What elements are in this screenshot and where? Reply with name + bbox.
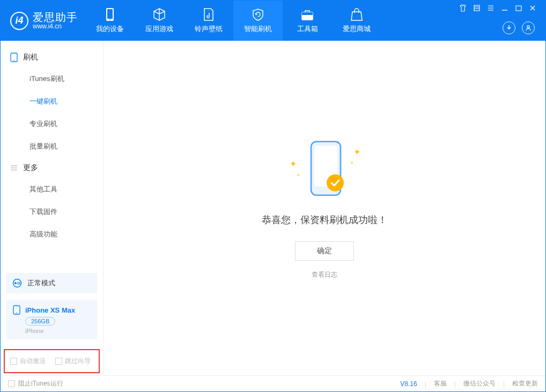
- tab-ringtone-wallpaper[interactable]: 铃声壁纸: [184, 1, 233, 41]
- tab-label: 智能刷机: [244, 24, 272, 34]
- checkbox-label: 自动激活: [20, 357, 46, 366]
- checkbox-label: 跳过向导: [65, 357, 91, 366]
- more-lines-icon: [10, 164, 18, 172]
- tab-apps-games[interactable]: 应用游戏: [135, 1, 184, 41]
- sidebar-item-oneclick-flash[interactable]: 一键刷机: [1, 90, 103, 113]
- list-icon[interactable]: [486, 4, 495, 12]
- group-title-label: 刷机: [23, 53, 38, 62]
- tab-toolbox[interactable]: 工具箱: [283, 1, 332, 41]
- cube-icon: [152, 8, 166, 21]
- svg-point-23: [18, 282, 20, 284]
- checkbox-icon: [8, 380, 15, 387]
- footer-link-wechat[interactable]: 微信公众号: [463, 379, 496, 388]
- maximize-icon[interactable]: [514, 4, 523, 12]
- menu-icon[interactable]: [473, 4, 481, 12]
- sidebar-item-other-tools[interactable]: 其他工具: [1, 178, 103, 201]
- success-message: 恭喜您，保资料刷机成功啦！: [262, 213, 387, 226]
- device-info-box[interactable]: iPhone XS Max 256GB iPhone: [6, 300, 98, 339]
- ok-button[interactable]: 确定: [295, 241, 354, 261]
- tab-label: 应用游戏: [145, 24, 173, 34]
- svg-rect-12: [516, 6, 521, 11]
- device-name: iPhone XS Max: [25, 306, 75, 314]
- checkbox-icon: [55, 358, 62, 365]
- refresh-shield-icon: [251, 8, 265, 21]
- shirt-icon[interactable]: [459, 4, 467, 12]
- tab-store[interactable]: 爱思商城: [332, 1, 381, 41]
- svg-point-17: [13, 60, 14, 61]
- svg-point-22: [14, 282, 17, 284]
- tab-label: 爱思商城: [343, 24, 371, 34]
- app-url: www.i4.cn: [33, 23, 78, 30]
- user-icon[interactable]: [522, 21, 535, 34]
- svg-rect-5: [474, 5, 479, 11]
- skip-guide-checkbox[interactable]: 跳过向导: [55, 357, 91, 366]
- header-right: [459, 1, 540, 41]
- normal-mode-icon: [12, 278, 22, 288]
- window-controls: [459, 1, 540, 12]
- sidebar: 刷机 iTunes刷机 一键刷机 专业刷机 批量刷机 更多 其他工具 下载固件 …: [1, 41, 104, 375]
- checkbox-label: 阻止iTunes运行: [18, 379, 63, 388]
- tab-my-device[interactable]: 我的设备: [85, 1, 135, 41]
- highlighted-options-row: 自动激活 跳过向导: [4, 349, 100, 373]
- logo-text: 爱思助手 www.i4.cn: [33, 11, 78, 30]
- music-file-icon: [202, 8, 216, 21]
- sidebar-item-download-firmware[interactable]: 下载固件: [1, 201, 103, 223]
- device-icon: [103, 8, 117, 21]
- close-icon[interactable]: [528, 4, 537, 12]
- sidebar-group-flash: 刷机: [1, 47, 103, 68]
- tab-flash[interactable]: 智能刷机: [233, 1, 283, 41]
- footer-link-support[interactable]: 客服: [434, 379, 447, 388]
- bag-icon: [350, 8, 364, 21]
- view-log-link[interactable]: 查看日志: [312, 270, 337, 279]
- separator: |: [454, 380, 456, 388]
- svg-point-15: [527, 26, 529, 28]
- main-content: ✦ ✦ ✦ ✦ 恭喜您，保资料刷机成功啦！ 确定 查看日志: [104, 41, 545, 375]
- success-illustration: ✦ ✦ ✦ ✦: [284, 137, 365, 202]
- sidebar-item-pro-flash[interactable]: 专业刷机: [1, 113, 103, 135]
- toolbox-icon: [300, 8, 314, 21]
- app-name: 爱思助手: [33, 11, 78, 23]
- block-itunes-checkbox[interactable]: 阻止iTunes运行: [8, 379, 63, 388]
- svg-point-25: [16, 313, 17, 314]
- user-controls: [503, 21, 540, 41]
- tab-label: 铃声壁纸: [195, 24, 223, 34]
- svg-rect-4: [302, 12, 313, 15]
- svg-point-28: [327, 174, 344, 191]
- minimize-icon[interactable]: [500, 4, 509, 12]
- device-mode-label: 正常模式: [27, 278, 55, 288]
- sidebar-item-batch-flash[interactable]: 批量刷机: [1, 135, 103, 158]
- download-icon[interactable]: [503, 21, 515, 34]
- phone-outline-icon: [10, 53, 18, 62]
- body: 刷机 iTunes刷机 一键刷机 专业刷机 批量刷机 更多 其他工具 下载固件 …: [1, 41, 545, 375]
- footer-link-update[interactable]: 检查更新: [512, 379, 538, 388]
- main-tabs: 我的设备 应用游戏 铃声壁纸 智能刷机 工具箱 爱思商城: [85, 1, 381, 41]
- logo-icon: i4: [10, 12, 28, 30]
- svg-point-2: [109, 19, 110, 20]
- separator: |: [425, 380, 426, 388]
- header: i4 爱思助手 www.i4.cn 我的设备 应用游戏 铃声壁纸 智能刷机 工具…: [1, 1, 545, 41]
- footer: 阻止iTunes运行 V8.16 | 客服 | 微信公众号 | 检查更新: [1, 375, 545, 391]
- group-title-label: 更多: [23, 163, 38, 173]
- sidebar-group-more: 更多: [1, 158, 103, 178]
- footer-right: V8.16 | 客服 | 微信公众号 | 检查更新: [400, 379, 538, 388]
- sidebar-item-advanced[interactable]: 高级功能: [1, 223, 103, 246]
- version-label: V8.16: [400, 380, 417, 388]
- auto-activate-checkbox[interactable]: 自动激活: [10, 357, 46, 366]
- separator: |: [503, 380, 505, 388]
- checkbox-icon: [10, 358, 17, 365]
- svg-rect-1: [107, 9, 113, 19]
- tab-label: 工具箱: [297, 24, 318, 34]
- phone-device-icon: [12, 305, 21, 315]
- sidebar-item-itunes-flash[interactable]: iTunes刷机: [1, 68, 103, 90]
- device-type: iPhone: [25, 328, 91, 334]
- device-mode-box[interactable]: 正常模式: [6, 273, 98, 293]
- logo[interactable]: i4 爱思助手 www.i4.cn: [1, 11, 85, 30]
- device-capacity: 256GB: [25, 317, 55, 326]
- tab-label: 我的设备: [96, 24, 124, 34]
